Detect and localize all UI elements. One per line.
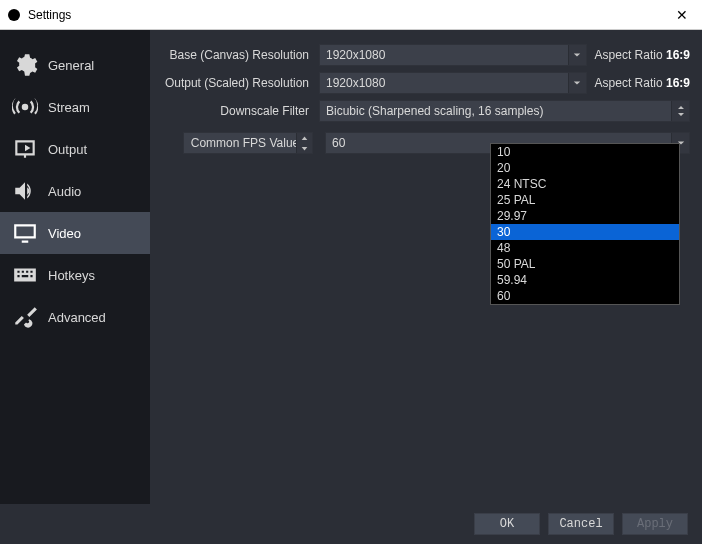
sidebar-item-hotkeys[interactable]: Hotkeys <box>0 254 150 296</box>
sidebar-item-label: General <box>48 58 94 73</box>
speaker-icon <box>12 180 38 202</box>
output-aspect-ratio: Aspect Ratio 16:9 <box>595 76 690 90</box>
sidebar-item-label: Video <box>48 226 81 241</box>
fps-option[interactable]: 20 <box>491 160 679 176</box>
sidebar-item-label: Hotkeys <box>48 268 95 283</box>
downscale-filter-combo[interactable]: Bicubic (Sharpened scaling, 16 samples) <box>319 100 690 122</box>
spinner-icon <box>671 101 689 121</box>
base-aspect-ratio: Aspect Ratio 16:9 <box>595 48 690 62</box>
keyboard-icon <box>12 264 38 286</box>
apply-button: Apply <box>622 513 688 535</box>
fps-option[interactable]: 24 NTSC <box>491 176 679 192</box>
fps-option[interactable]: 29.97 <box>491 208 679 224</box>
fps-option[interactable]: 25 PAL <box>491 192 679 208</box>
tools-icon <box>12 306 38 328</box>
sidebar-item-general[interactable]: General <box>0 44 150 86</box>
ok-button[interactable]: OK <box>474 513 540 535</box>
downscale-filter-label: Downscale Filter <box>154 104 319 118</box>
fps-mode-select[interactable]: Common FPS Values <box>183 132 313 154</box>
sidebar-item-video[interactable]: Video <box>0 212 150 254</box>
sidebar-item-label: Stream <box>48 100 90 115</box>
sidebar-item-label: Output <box>48 142 87 157</box>
fps-option[interactable]: 50 PAL <box>491 256 679 272</box>
app-icon <box>8 9 20 21</box>
fps-value: 60 <box>332 136 345 150</box>
window-title: Settings <box>28 8 670 22</box>
fps-dropdown[interactable]: 102024 NTSC25 PAL29.97304850 PAL59.9460 <box>490 143 680 305</box>
sidebar-item-label: Advanced <box>48 310 106 325</box>
gear-icon <box>12 54 38 76</box>
output-resolution-value: 1920x1080 <box>326 76 385 90</box>
base-resolution-label: Base (Canvas) Resolution <box>154 48 319 62</box>
fps-option[interactable]: 59.94 <box>491 272 679 288</box>
chevron-down-icon <box>568 73 586 93</box>
base-resolution-value: 1920x1080 <box>326 48 385 62</box>
monitor-icon <box>12 222 38 244</box>
fps-option[interactable]: 48 <box>491 240 679 256</box>
antenna-icon <box>12 96 38 118</box>
sidebar-item-label: Audio <box>48 184 81 199</box>
sidebar-item-output[interactable]: Output <box>0 128 150 170</box>
cancel-button[interactable]: Cancel <box>548 513 614 535</box>
fps-mode-label: Common FPS Values <box>191 136 306 150</box>
output-icon <box>12 138 38 160</box>
fps-option[interactable]: 10 <box>491 144 679 160</box>
spinner-icon <box>296 133 312 153</box>
fps-option[interactable]: 60 <box>491 288 679 304</box>
settings-panel-video: Base (Canvas) Resolution 1920x1080 Aspec… <box>150 30 702 504</box>
downscale-filter-value: Bicubic (Sharpened scaling, 16 samples) <box>326 104 543 118</box>
base-resolution-combo[interactable]: 1920x1080 <box>319 44 587 66</box>
output-resolution-label: Output (Scaled) Resolution <box>154 76 319 90</box>
titlebar: Settings ✕ <box>0 0 702 30</box>
sidebar: General Stream Output Audio Video Hotkey… <box>0 30 150 504</box>
fps-option[interactable]: 30 <box>491 224 679 240</box>
sidebar-item-stream[interactable]: Stream <box>0 86 150 128</box>
chevron-down-icon <box>568 45 586 65</box>
sidebar-item-audio[interactable]: Audio <box>0 170 150 212</box>
dialog-footer: OK Cancel Apply <box>0 504 702 544</box>
close-icon[interactable]: ✕ <box>670 7 694 23</box>
output-resolution-combo[interactable]: 1920x1080 <box>319 72 587 94</box>
sidebar-item-advanced[interactable]: Advanced <box>0 296 150 338</box>
